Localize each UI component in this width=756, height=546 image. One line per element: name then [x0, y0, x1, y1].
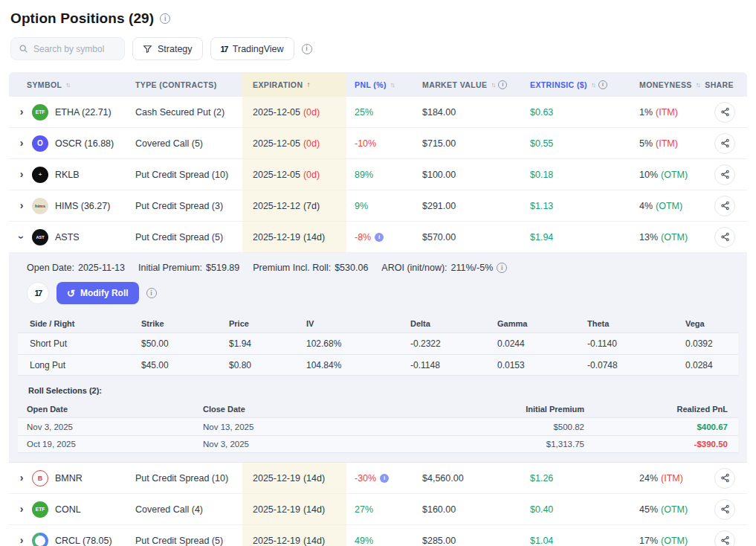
legs-header: Price: [229, 319, 306, 328]
symbol-label: BMNR: [55, 473, 83, 484]
roll-open-date: Oct 19, 2025: [27, 440, 203, 449]
search-input[interactable]: [33, 44, 115, 54]
chevron-right-icon[interactable]: ›: [18, 168, 25, 180]
pnl-cell: -10%: [346, 128, 414, 158]
header-extrinsic[interactable]: EXTRINSIC ($)↑↓i: [522, 72, 631, 97]
conl-etf-logo: ETF: [32, 501, 48, 518]
sort-icon: ↑↓: [696, 81, 700, 89]
chevron-right-icon[interactable]: ›: [18, 472, 25, 484]
roll-history-icon: ↻: [67, 289, 75, 298]
roll-header: Initial Premium: [422, 405, 584, 414]
header-market-value[interactable]: MARKET VALUE↑↓i: [414, 72, 522, 97]
legs-header: Strike: [141, 319, 229, 328]
pnl-value: 89%: [355, 170, 373, 180]
dte-label: (14d): [303, 504, 325, 515]
modify-roll-label: Modify Roll: [80, 288, 129, 298]
share-icon: [720, 473, 730, 483]
roll-open-date: Nov 3, 2025: [27, 423, 203, 431]
rklb-logo: +: [32, 167, 48, 183]
roll-row: Oct 19, 2025Nov 3, 2025$1,313.75-$390.50: [18, 435, 738, 453]
sort-asc-icon: ↑: [306, 80, 310, 89]
share-button[interactable]: [714, 227, 735, 248]
type-cell: Put Credit Spread (10): [135, 463, 242, 493]
expiration-date: 2025-12-05: [253, 170, 300, 180]
extrinsic-info-icon[interactable]: i: [598, 80, 607, 89]
table-row[interactable]: ›OOSCR (16.88)Covered Call (5)2025-12-05…: [9, 128, 747, 159]
roll-close-date: Nov 13, 2025: [203, 423, 422, 431]
roll-realized-pnl: $400.67: [584, 423, 728, 431]
search-box[interactable]: [10, 37, 125, 60]
extrinsic-cell: $0.40: [522, 494, 631, 524]
chevron-right-icon[interactable]: ›: [18, 534, 25, 546]
modify-roll-info-icon[interactable]: i: [146, 288, 157, 298]
chevron-right-icon[interactable]: ›: [18, 199, 25, 211]
roll-header: Realized PnL: [584, 405, 728, 414]
symbol-cell: ›ASTASTS: [9, 222, 135, 252]
moneyness-value: 1%: [639, 107, 653, 118]
toolbar: Strategy 17 TradingView i: [9, 36, 747, 72]
expiration-date: 2025-12-19: [253, 473, 300, 484]
sort-icon: ↑↓: [390, 81, 394, 89]
symbol-cell: ›BBMNR: [9, 463, 135, 493]
table-row[interactable]: ›himsHIMS (36.27)Put Credit Spread (3)20…: [9, 190, 747, 222]
tradingview-chart-button[interactable]: 17: [27, 282, 49, 304]
bmnr-logo: B: [32, 470, 48, 486]
tradingview-info-icon[interactable]: i: [302, 44, 312, 54]
market-value-cell: $715.00: [414, 128, 522, 158]
table-row[interactable]: ›CRCL (78.05)Put Credit Spread (5)2025-1…: [9, 525, 747, 546]
share-button[interactable]: [714, 133, 735, 154]
summary-value: $530.06: [335, 263, 368, 273]
header-symbol[interactable]: SYMBOL↑↓: [9, 72, 135, 97]
share-button[interactable]: [714, 499, 735, 520]
aroi-info-icon[interactable]: i: [497, 263, 507, 273]
pnl-info-icon[interactable]: i: [375, 233, 384, 242]
type-cell: Put Credit Spread (5): [135, 525, 242, 546]
moneyness-value: 45%: [639, 504, 658, 515]
strategy-filter-button[interactable]: Strategy: [132, 37, 203, 60]
expiration-date: 2025-12-19: [253, 504, 300, 515]
title-info-icon[interactable]: i: [160, 13, 170, 24]
market-value-info-icon[interactable]: i: [498, 80, 507, 89]
table-row[interactable]: ›ETFETHA (22.71)Cash Secured Put (2)2025…: [9, 97, 747, 128]
sort-icon: ↑↓: [65, 81, 69, 89]
table-row[interactable]: ›+RKLBPut Credit Spread (10)2025-12-05(0…: [9, 159, 747, 190]
market-value-cell: $570.00: [414, 222, 522, 252]
chevron-down-icon[interactable]: ›: [16, 234, 28, 241]
type-cell: Put Credit Spread (5): [135, 222, 242, 252]
legs-cell: 0.0244: [497, 338, 587, 349]
moneyness-cell: 24%(ITM): [631, 463, 703, 493]
tradingview-button[interactable]: 17 TradingView: [210, 37, 294, 60]
page-header: Option Positions (29) i: [9, 7, 747, 36]
summary-value: 211%/-5%: [451, 263, 494, 273]
header-moneyness[interactable]: MONEYNESS↑↓: [631, 72, 703, 97]
type-cell: Covered Call (4): [135, 494, 242, 524]
table-row[interactable]: ›BBMNRPut Credit Spread (10)2025-12-19(1…: [9, 463, 747, 494]
extrinsic-cell: $1.13: [522, 190, 631, 221]
extrinsic-cell: $1.04: [522, 525, 631, 546]
share-button[interactable]: [714, 530, 735, 546]
pnl-info-icon[interactable]: i: [380, 474, 389, 483]
type-cell: Covered Call (5): [135, 128, 242, 158]
roll-initial-premium: $1,313.75: [422, 440, 584, 449]
expiration-cell: 2025-12-19(14d): [242, 525, 346, 546]
table-row[interactable]: ›ETFCONLCovered Call (4)2025-12-19(14d)2…: [9, 494, 747, 525]
share-button[interactable]: [714, 164, 735, 185]
summary-label: Premium Incl. Roll:: [253, 263, 331, 273]
header-pnl[interactable]: PNL (%)↑↓: [346, 72, 414, 97]
share-button[interactable]: [714, 196, 735, 216]
symbol-cell: ›+RKLB: [9, 159, 135, 190]
share-button[interactable]: [714, 468, 735, 489]
pnl-value: 25%: [355, 107, 373, 118]
modify-roll-button[interactable]: ↻ Modify Roll: [56, 282, 139, 304]
summary-value: 2025-11-13: [78, 263, 125, 273]
share-button[interactable]: [714, 102, 735, 123]
expiration-cell: 2025-12-05(0d): [242, 128, 346, 158]
chevron-right-icon[interactable]: ›: [18, 106, 25, 118]
chevron-right-icon[interactable]: ›: [18, 137, 25, 149]
legs-cell: 104.84%: [306, 360, 410, 370]
chevron-right-icon[interactable]: ›: [18, 503, 25, 515]
table-row[interactable]: ›ASTASTSPut Credit Spread (5)2025-12-19(…: [9, 222, 747, 253]
funnel-icon: [143, 44, 152, 54]
page-title: Option Positions (29): [10, 10, 154, 27]
header-expiration[interactable]: EXPIRATION↑: [242, 72, 346, 97]
